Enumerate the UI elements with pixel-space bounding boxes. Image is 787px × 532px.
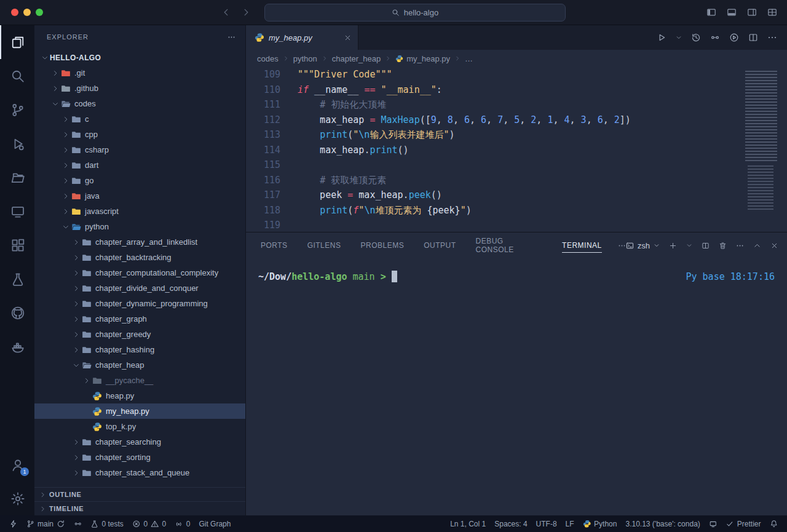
code-editor[interactable]: 109"""Driver Code"""110if __name__ == "_… [246,67,787,232]
chevron-down-icon[interactable] [39,54,50,62]
customize-layout-button[interactable] [767,7,777,17]
chevron-right-icon[interactable] [71,239,81,246]
close-tab-icon[interactable] [344,34,352,42]
code-line-116[interactable]: 116 # 获取堆顶元素 [246,173,787,188]
activity-run-and-debug-button[interactable] [0,127,34,161]
chevron-right-icon[interactable] [60,193,71,200]
tree-item-hello-algo[interactable]: HELLO-ALGO [34,50,245,65]
command-center-search[interactable]: hello-algo [264,4,566,22]
activity-source-control-button[interactable] [0,93,34,127]
tree-item-chapter-heap[interactable]: chapter_heap [34,357,245,373]
chevron-down-icon[interactable] [60,223,71,231]
activity-remote-explorer-button[interactable] [0,194,34,228]
code-line-110[interactable]: 110if __name__ == "__main__": [246,82,787,98]
chevron-right-icon[interactable] [50,85,60,92]
status-eol[interactable]: LF [561,515,579,532]
split-editor-button[interactable] [748,33,758,42]
activity-settings-button[interactable] [0,482,34,515]
terminal[interactable]: ~/Dow/hello-algo main > Py base 18:17:16 [246,258,787,515]
code-line-112[interactable]: 112 max_heap = MaxHeap([9, 8, 6, 6, 7, 5… [246,113,787,128]
chevron-right-icon[interactable] [50,69,60,77]
chevron-right-icon[interactable] [60,177,71,185]
status-remote-indicator[interactable] [5,515,22,532]
activity-github-button[interactable] [0,296,34,330]
chevron-right-icon[interactable] [71,439,81,446]
panel-tab-gitlens[interactable]: GITLENS [307,232,341,258]
run-or-debug-button[interactable] [729,33,739,42]
tree-item-top-k-py[interactable]: top_k.py [34,419,245,434]
tree-item-chapter-array-and-linkedlist[interactable]: chapter_array_and_linkedlist [34,234,245,250]
status-notifications[interactable] [765,515,783,532]
status-indentation[interactable]: Spaces: 4 [490,515,531,532]
tree-item-go[interactable]: go [34,173,245,188]
close-panel-button[interactable] [770,242,778,250]
navigate-back-button[interactable] [221,7,231,17]
toggle-panel-button[interactable] [727,7,737,17]
timeline-section[interactable]: TIMELINE [34,501,245,515]
chevron-right-icon[interactable] [71,269,81,277]
activity-project-manager-button[interactable] [0,161,34,194]
tree-item-chapter-stack-and-queue[interactable]: chapter_stack_and_queue [34,465,245,480]
chevron-right-icon[interactable] [71,346,81,354]
code-line-115[interactable]: 115 [246,157,787,173]
activity-accounts-button[interactable]: 1 [0,448,34,482]
panel-tab-output[interactable]: OUTPUT [424,232,456,258]
chevron-right-icon[interactable] [71,454,81,461]
chevron-right-icon[interactable] [81,377,92,384]
code-line-114[interactable]: 114 max_heap.print() [246,143,787,158]
run-python-file-button[interactable] [657,33,666,42]
activity-extensions-button[interactable] [0,228,34,262]
chevron-right-icon[interactable] [60,208,71,215]
breadcrumb-item[interactable]: codes [257,54,279,63]
maximize-panel-button[interactable] [753,242,761,250]
chevron-down-icon[interactable] [50,100,60,108]
code-line-119[interactable]: 119 [246,218,787,232]
new-terminal-button[interactable] [669,242,677,250]
code-line-113[interactable]: 113 print("\n输入列表并建堆后") [246,127,787,143]
chevron-down-icon[interactable] [71,362,81,369]
breadcrumb-item[interactable]: chapter_heap [332,54,381,63]
panel-tab-debug-console[interactable]: DEBUG CONSOLE [476,232,543,258]
tree-item-python[interactable]: python [34,219,245,234]
breadcrumb-item[interactable]: … [465,54,473,63]
tree-item-git[interactable]: .git [34,65,245,81]
tree-item-chapter-searching[interactable]: chapter_searching [34,434,245,450]
tree-item-csharp[interactable]: csharp [34,142,245,157]
status-prettier-status[interactable]: Prettier [721,515,765,532]
status-problems-status[interactable]: 00 [128,515,170,532]
activity-search-button[interactable] [0,59,34,93]
panel-tab-terminal[interactable]: TERMINAL [562,232,602,258]
breadcrumb-item[interactable]: python [293,54,317,63]
tree-item-chapter-dynamic-programming[interactable]: chapter_dynamic_programming [34,296,245,311]
explorer-more-actions-button[interactable] [227,33,235,41]
chevron-right-icon[interactable] [71,285,81,292]
chevron-right-icon[interactable] [60,162,71,169]
tree-item-cpp[interactable]: cpp [34,127,245,142]
tree-item-my-heap-py[interactable]: my_heap.py [34,403,245,419]
tab-my-heap-py[interactable]: my_heap.py [246,25,358,50]
terminal-more-actions-button[interactable] [736,242,744,250]
status-language-mode[interactable]: Python [579,515,622,532]
tree-item-java[interactable]: java [34,188,245,204]
tree-item-pycache[interactable]: __pycache__ [34,373,245,388]
minimap[interactable] [743,67,787,232]
status-git-compare[interactable] [69,515,87,532]
tree-item-chapter-greedy[interactable]: chapter_greedy [34,327,245,342]
toggle-secondary-sidebar-button[interactable] [747,7,757,17]
chevron-right-icon[interactable] [60,131,71,138]
launch-profile-button[interactable] [686,242,692,248]
tree-item-chapter-backtracking[interactable]: chapter_backtracking [34,250,245,265]
status-encoding[interactable]: UTF-8 [532,515,561,532]
status-tests-status[interactable]: 0 tests [86,515,128,532]
code-line-111[interactable]: 111 # 初始化大顶堆 [246,97,787,113]
tree-item-chapter-graph[interactable]: chapter_graph [34,311,245,327]
editor-more-actions-button[interactable] [767,33,777,42]
activity-explorer-button[interactable] [0,25,34,59]
activity-testing-button[interactable] [0,262,34,296]
navigate-forward-button[interactable] [241,7,251,17]
code-line-117[interactable]: 117 peek = max_heap.peek() [246,188,787,203]
status-ports-status[interactable]: 0 [170,515,194,532]
tree-item-chapter-computational-complexity[interactable]: chapter_computational_complexity [34,265,245,280]
chevron-right-icon[interactable] [60,146,71,154]
tree-item-chapter-divide-and-conquer[interactable]: chapter_divide_and_conquer [34,280,245,296]
